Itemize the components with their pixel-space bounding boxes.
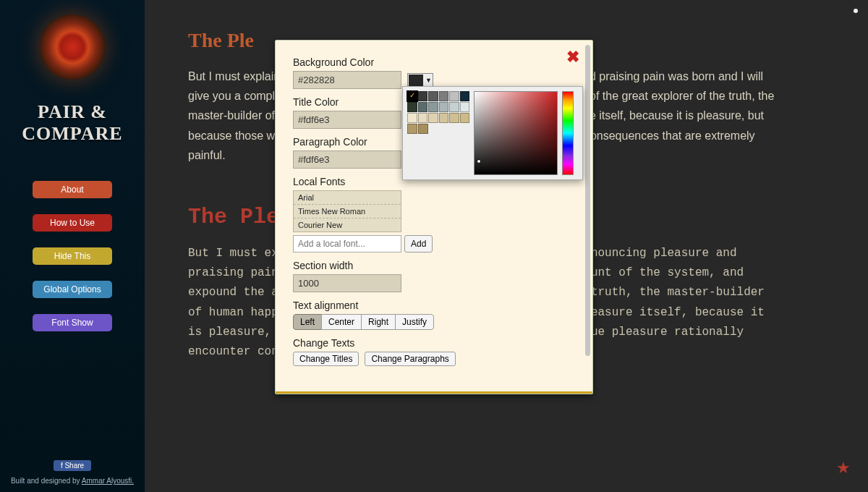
palette-swatch[interactable] [460,91,470,101]
palette-swatch[interactable] [439,102,449,112]
brand-line2: COMPARE [22,123,122,145]
brand-line1: PAIR & [22,101,122,123]
credit-link[interactable]: Ammar Alyousfi. [82,477,134,485]
change-titles-button[interactable]: Change Titles [293,352,359,366]
color-picker-popover [402,86,583,180]
close-icon[interactable]: ✖ [566,48,579,67]
text-alignment-label: Text alignment [293,300,575,311]
bg-color-input[interactable] [293,71,401,89]
font-item[interactable]: Courier New [294,219,401,232]
palette-swatch[interactable] [418,102,428,112]
palette-swatch[interactable] [418,124,428,134]
palette-swatch[interactable] [439,113,449,123]
para-color-input[interactable] [293,150,401,169]
add-font-input[interactable] [293,235,401,253]
align-right-button[interactable]: Right [361,314,396,330]
section-width-input[interactable] [293,274,401,292]
palette-swatch[interactable] [418,113,428,123]
star-icon[interactable]: ★ [836,459,851,478]
palette-swatches [407,91,469,134]
palette-swatch[interactable] [407,113,417,123]
align-left-button[interactable]: Left [293,314,322,330]
sidebar-nav: About How to Use Hide This Global Option… [0,181,145,331]
modal-accent-strip [276,391,592,394]
corner-dot-icon [854,9,858,13]
font-item[interactable]: Times New Roman [294,205,401,219]
sidebar-footer: f Share Built and designed by Ammar Alyo… [0,460,145,485]
local-fonts-list: Arial Times New Roman Courier New [293,190,401,232]
alignment-segmented: Left Center Right Justify [293,314,434,330]
align-center-button[interactable]: Center [321,314,362,330]
sv-cursor[interactable] [477,159,481,164]
nav-how-to-use-button[interactable]: How to Use [33,214,112,232]
palette-swatch[interactable] [428,102,438,112]
brand-title: PAIR & COMPARE [22,101,122,145]
palette-swatch[interactable] [428,91,438,101]
palette-swatch[interactable] [407,91,417,101]
palette-swatch[interactable] [449,113,459,123]
nav-font-show-button[interactable]: Font Show [33,314,112,331]
sidebar: PAIR & COMPARE About How to Use Hide Thi… [0,0,145,492]
palette-swatch[interactable] [407,102,417,112]
palette-swatch[interactable] [449,91,459,101]
hue-slider[interactable] [562,91,574,175]
add-font-button[interactable]: Add [404,235,433,253]
palette-swatch[interactable] [460,113,470,123]
palette-swatch[interactable] [428,113,438,123]
credit-text: Built and designed by Ammar Alyousfi. [0,477,145,485]
font-item[interactable]: Arial [294,191,401,205]
nav-about-button[interactable]: About [33,181,112,198]
title-color-input[interactable] [293,111,401,129]
saturation-value-canvas[interactable] [474,91,558,175]
change-paragraphs-button[interactable]: Change Paragraphs [365,352,455,366]
palette-swatch[interactable] [460,102,470,112]
palette-swatch[interactable] [418,91,428,101]
palette-swatch[interactable] [449,102,459,112]
palette-swatch[interactable] [407,124,417,134]
palette-swatch[interactable] [439,91,449,101]
share-button[interactable]: f Share [54,460,91,471]
modal-scrollbar[interactable] [585,45,590,356]
bg-color-label: Background Color [293,56,575,68]
section-width-label: Section width [293,260,575,271]
nav-global-options-button[interactable]: Global Options [33,281,112,298]
align-justify-button[interactable]: Justify [395,314,434,330]
change-texts-label: Change Texts [293,337,575,349]
logo [40,14,105,80]
nav-hide-this-button[interactable]: Hide This [33,247,112,265]
